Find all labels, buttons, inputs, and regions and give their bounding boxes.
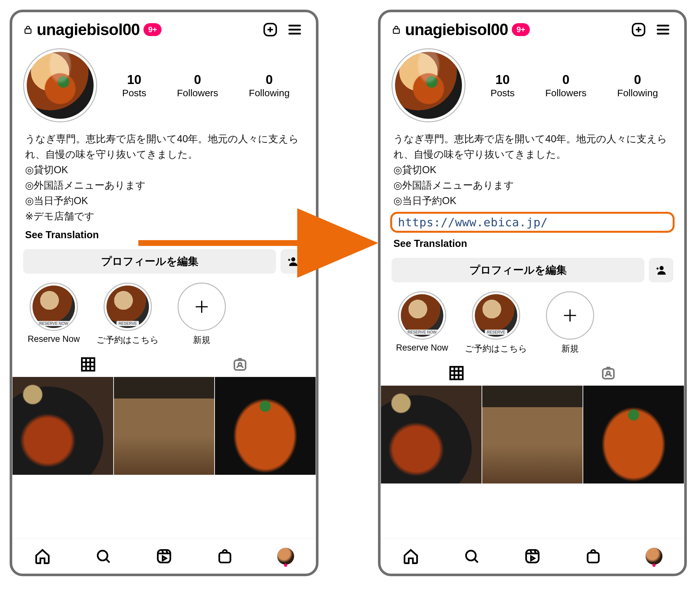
post-grid-tabs bbox=[12, 348, 316, 377]
story-highlights: RESERVE NOW Reserve Now RESERVE ご予約はこちら … bbox=[381, 285, 684, 357]
stat-posts-count: 10 bbox=[122, 72, 146, 87]
nav-home[interactable] bbox=[399, 545, 422, 568]
stat-followers-count: 0 bbox=[545, 72, 587, 87]
highlight-tag: RESERVE bbox=[485, 330, 507, 335]
profile-stats-row: 10 Posts 0 Followers 0 Following bbox=[12, 43, 316, 126]
highlight-label: 新規 bbox=[561, 343, 579, 354]
stat-posts-count: 10 bbox=[490, 72, 515, 87]
stat-following[interactable]: 0 Following bbox=[249, 72, 290, 98]
svg-point-15 bbox=[466, 550, 476, 560]
post-grid-tabs bbox=[381, 357, 684, 385]
stat-following-label: Following bbox=[249, 87, 290, 98]
nav-avatar-icon bbox=[277, 547, 294, 565]
stat-followers[interactable]: 0 Followers bbox=[545, 72, 587, 98]
notification-dot-icon bbox=[284, 564, 287, 567]
post-thumbnail[interactable] bbox=[381, 385, 482, 484]
svg-rect-0 bbox=[25, 29, 31, 34]
nav-search[interactable] bbox=[92, 545, 114, 568]
highlight-reserve-now[interactable]: RESERVE NOW Reserve Now bbox=[19, 283, 89, 346]
lock-icon bbox=[23, 23, 33, 36]
grid-tab-tagged[interactable] bbox=[532, 361, 684, 385]
edit-profile-button[interactable]: プロフィールを編集 bbox=[391, 258, 644, 282]
stat-posts-label: Posts bbox=[122, 87, 146, 98]
create-post-button[interactable] bbox=[260, 19, 281, 40]
avatar-ring[interactable] bbox=[23, 48, 97, 122]
nav-profile[interactable] bbox=[275, 545, 297, 568]
svg-point-2 bbox=[291, 258, 295, 262]
notification-dot-icon bbox=[652, 564, 655, 567]
grid-tab-posts[interactable] bbox=[381, 361, 532, 385]
profile-bio: うなぎ専門。恵比寿で店を開いて40年。地元の人々に支えられ、自慢の味を守り抜いて… bbox=[12, 126, 316, 225]
stat-followers-label: Followers bbox=[545, 87, 587, 98]
nav-profile[interactable] bbox=[643, 545, 665, 568]
highlight-tag: RESERVE NOW bbox=[406, 330, 439, 335]
highlight-new[interactable]: 新規 bbox=[535, 291, 605, 354]
post-thumbnail[interactable] bbox=[215, 377, 316, 475]
nav-shop[interactable] bbox=[582, 545, 605, 568]
stat-followers[interactable]: 0 Followers bbox=[177, 72, 218, 98]
notification-badge[interactable]: 9+ bbox=[144, 23, 161, 36]
username[interactable]: unagiebisol00 bbox=[37, 20, 140, 39]
discover-people-button[interactable] bbox=[649, 258, 673, 282]
grid-tab-posts[interactable] bbox=[12, 352, 164, 377]
grid-tab-tagged[interactable] bbox=[164, 352, 316, 377]
highlight-tag: RESERVE bbox=[116, 321, 139, 326]
stat-followers-label: Followers bbox=[177, 87, 218, 98]
profile-stats-row: 10 Posts 0 Followers 0 Following bbox=[381, 43, 684, 126]
menu-button[interactable] bbox=[653, 19, 673, 40]
highlight-label: ご予約はこちら bbox=[96, 334, 159, 346]
highlight-label: Reserve Now bbox=[28, 334, 80, 344]
story-highlights: RESERVE NOW Reserve Now RESERVE ご予約はこちら … bbox=[12, 276, 316, 348]
svg-rect-8 bbox=[219, 553, 230, 562]
bottom-navigation bbox=[381, 538, 684, 574]
highlight-reserve-jp[interactable]: RESERVE ご予約はこちら bbox=[93, 283, 163, 346]
stat-posts[interactable]: 10 Posts bbox=[122, 72, 146, 98]
highlight-reserve-now[interactable]: RESERVE NOW Reserve Now bbox=[387, 291, 457, 354]
notification-badge[interactable]: 9+ bbox=[512, 23, 530, 36]
svg-rect-9 bbox=[393, 29, 399, 34]
stat-posts-label: Posts bbox=[490, 87, 515, 98]
profile-header: unagiebisol00 9+ bbox=[12, 12, 316, 43]
profile-stats: 10 Posts 0 Followers 0 Following bbox=[107, 72, 305, 98]
phone-before: unagiebisol00 9+ 10 Posts 0 Followers bbox=[10, 10, 318, 576]
highlight-label: 新規 bbox=[193, 334, 210, 346]
stat-followers-count: 0 bbox=[177, 72, 218, 87]
bio-link-emphasis-box: https://www.ebica.jp/ bbox=[390, 212, 675, 233]
nav-search[interactable] bbox=[460, 545, 483, 568]
stat-following[interactable]: 0 Following bbox=[617, 72, 658, 98]
nav-reels[interactable] bbox=[521, 545, 544, 568]
edit-profile-row: プロフィールを編集 bbox=[381, 256, 684, 285]
phone-after: unagiebisol00 9+ 10 Posts 0 Followers bbox=[378, 10, 687, 576]
post-thumbnail[interactable] bbox=[12, 377, 113, 475]
stat-following-count: 0 bbox=[249, 72, 290, 87]
highlight-reserve-jp[interactable]: RESERVE ご予約はこちら bbox=[461, 291, 531, 354]
menu-button[interactable] bbox=[284, 19, 305, 40]
posts-row bbox=[381, 385, 684, 484]
profile-stats: 10 Posts 0 Followers 0 Following bbox=[475, 72, 673, 98]
bottom-navigation bbox=[12, 538, 316, 574]
highlight-label: Reserve Now bbox=[396, 343, 448, 353]
profile-header: unagiebisol00 9+ bbox=[381, 12, 684, 43]
see-translation-link[interactable]: See Translation bbox=[381, 234, 684, 256]
lock-icon bbox=[391, 23, 401, 36]
avatar-ring[interactable] bbox=[391, 48, 465, 122]
stat-following-count: 0 bbox=[617, 72, 658, 87]
create-post-button[interactable] bbox=[628, 19, 649, 40]
post-thumbnail[interactable] bbox=[583, 385, 684, 484]
svg-point-6 bbox=[98, 550, 107, 560]
stat-following-label: Following bbox=[617, 87, 658, 98]
svg-rect-3 bbox=[82, 358, 95, 371]
stat-posts[interactable]: 10 Posts bbox=[490, 72, 515, 98]
nav-home[interactable] bbox=[31, 545, 54, 568]
highlight-new[interactable]: 新規 bbox=[167, 283, 237, 346]
post-thumbnail[interactable] bbox=[113, 377, 215, 475]
bio-link[interactable]: https://www.ebica.jp/ bbox=[398, 216, 548, 229]
post-thumbnail[interactable] bbox=[482, 385, 583, 484]
username[interactable]: unagiebisol00 bbox=[405, 20, 508, 39]
nav-shop[interactable] bbox=[214, 545, 236, 568]
transition-arrow bbox=[138, 232, 376, 254]
nav-reels[interactable] bbox=[153, 545, 175, 568]
profile-avatar bbox=[27, 52, 94, 119]
highlight-tag: RESERVE NOW bbox=[37, 321, 70, 326]
highlight-label: ご予約はこちら bbox=[465, 343, 527, 354]
